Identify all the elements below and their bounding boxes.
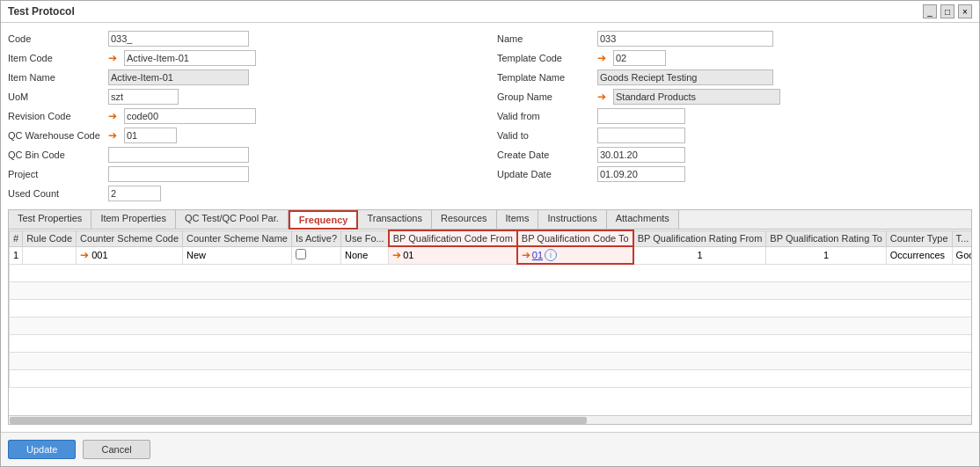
input-valid-from[interactable] [597,108,685,124]
tab-test-properties[interactable]: Test Properties [9,210,91,229]
tabs-header: Test Properties Item Properties QC Test/… [9,210,971,230]
col-counter-type: Counter Type [886,230,952,246]
cell-num: 1 [10,246,23,264]
window-controls: _ □ × [923,4,972,18]
footer: Update Cancel [1,432,979,466]
arrow-bp-qual-to: ➔ [522,249,530,261]
tab-frequency[interactable]: Frequency [289,210,359,230]
field-create-date: Create Date [497,146,972,164]
tab-attachments[interactable]: Attachments [607,210,679,229]
field-project: Project [8,165,483,183]
close-button[interactable]: × [958,4,972,18]
input-used-count[interactable] [108,186,161,201]
tabs-section: Test Properties Item Properties QC Test/… [8,209,972,425]
field-valid-from: Valid from [497,107,972,125]
table-row [10,317,972,334]
cell-bp-qual-rating-from: 1 [633,246,766,264]
info-icon[interactable]: i [545,249,557,261]
arrow-qc-warehouse: ➔ [108,129,121,142]
title-bar: Test Protocol _ □ × [1,1,979,23]
input-qc-warehouse[interactable] [124,128,177,143]
cancel-button[interactable]: Cancel [83,440,150,459]
label-uom: UoM [8,91,105,102]
col-counter-scheme-code: Counter Scheme Code [77,230,183,246]
label-project: Project [8,169,105,179]
arrow-bp-qual-from: ➔ [392,249,401,261]
cell-t: Goo [952,246,971,264]
frequency-table: # Rule Code Counter Scheme Code Counter … [9,230,971,388]
value-bp-qual-from: 01 [403,250,413,260]
label-qc-bin: QC Bin Code [8,150,105,160]
col-t: T... [952,230,971,246]
label-item-code: Item Code [8,53,105,63]
main-content: Code Item Code ➔ Item Name UoM Rev [1,23,979,432]
input-create-date[interactable] [597,147,685,163]
col-bp-qual-to: BP Qualification Code To [517,230,633,246]
table-row [10,352,972,369]
input-template-code[interactable] [613,50,666,66]
tab-instructions[interactable]: Instructions [538,210,606,229]
label-group-name: Group Name [497,91,594,102]
form-left: Code Item Code ➔ Item Name UoM Rev [8,30,483,202]
cell-counter-type: Occurrences [886,246,952,264]
cell-rule-code [23,246,77,264]
cell-counter-scheme-code: ➔ 001 [77,246,183,264]
field-template-code: Template Code ➔ [497,49,972,67]
col-rule-code: Rule Code [23,230,77,246]
arrow-counter-scheme: ➔ [80,249,89,261]
label-valid-from: Valid from [497,111,594,121]
horizontal-scrollbar[interactable] [9,415,971,424]
cell-use-for: None [341,246,389,264]
checkbox-is-active[interactable] [296,249,306,259]
label-template-name: Template Name [497,72,594,83]
tab-qc-test[interactable]: QC Test/QC Pool Par. [176,210,289,229]
input-item-name[interactable] [108,69,249,85]
cell-counter-scheme-name: New [183,246,292,264]
input-update-date[interactable] [597,166,685,182]
field-qc-warehouse: QC Warehouse Code ➔ [8,127,483,144]
input-template-name[interactable] [597,69,773,85]
label-update-date: Update Date [497,169,594,179]
field-revision-code: Revision Code ➔ [8,107,483,125]
input-qc-bin[interactable] [108,147,249,163]
input-project[interactable] [108,166,249,182]
input-uom[interactable] [108,89,179,105]
field-template-name: Template Name [497,69,972,86]
label-used-count: Used Count [8,188,105,199]
minimize-button[interactable]: _ [923,4,937,18]
update-button[interactable]: Update [8,440,76,459]
arrow-group-name: ➔ [597,91,610,103]
maximize-button[interactable]: □ [940,4,954,18]
input-revision-code[interactable] [124,108,256,124]
tab-transactions[interactable]: Transactions [358,210,432,229]
tab-resources[interactable]: Resources [432,210,497,229]
field-qc-bin: QC Bin Code [8,146,483,164]
cell-bp-qual-rating-to: 1 [766,246,886,264]
input-group-name[interactable] [613,89,780,105]
scroll-thumb[interactable] [10,417,587,424]
label-item-name: Item Name [8,72,105,83]
input-item-code[interactable] [124,50,256,66]
tab-item-properties[interactable]: Item Properties [91,210,176,229]
table-row [10,369,972,387]
input-name[interactable] [597,31,773,47]
field-update-date: Update Date [497,165,972,183]
col-bp-qual-rating-from: BP Qualification Rating From [633,230,766,246]
col-use-for: Use Fo... [341,230,389,246]
col-bp-qual-from: BP Qualification Code From [389,230,517,246]
value-bp-qual-to: 01 [532,250,543,260]
table-row [10,299,972,317]
field-item-name: Item Name [8,69,483,86]
window-title: Test Protocol [8,5,75,18]
tab-items[interactable]: Items [497,210,539,229]
main-window: Test Protocol _ □ × Code Item Code ➔ [0,0,980,467]
field-used-count: Used Count [8,185,483,202]
col-counter-scheme-name: Counter Scheme Name [183,230,292,246]
input-valid-to[interactable] [597,128,685,143]
cell-is-active [291,246,340,264]
col-num: # [10,230,23,246]
field-name: Name [497,30,972,47]
label-valid-to: Valid to [497,130,594,141]
col-bp-qual-rating-to: BP Qualification Rating To [766,230,886,246]
input-code[interactable] [108,31,249,47]
